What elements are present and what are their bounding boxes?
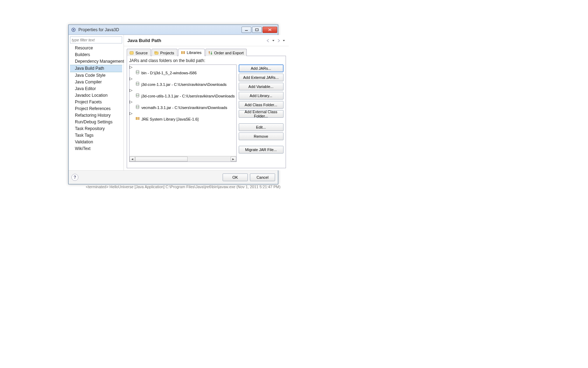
add-external-jars-button[interactable]: Add External JARs... <box>239 74 284 81</box>
library-entry[interactable]: 010j3d-core-utils-1.3.1.jar - C:\Users\r… <box>130 93 236 100</box>
libraries-row: ▷010bin - D:\j3d-1_5_2-windows-i586▷010j… <box>129 64 284 162</box>
library-icon <box>135 116 140 122</box>
expand-icon[interactable]: ▷ <box>130 88 132 92</box>
sidebar-item-task-tags[interactable]: Task Tags <box>70 132 122 139</box>
tab-label: Libraries <box>187 50 202 55</box>
source-icon <box>129 50 134 55</box>
forward-menu-icon[interactable] <box>282 38 285 43</box>
console-status: <terminated> HelloUniverse [Java Applica… <box>86 185 280 189</box>
nav-list: ResourceBuildersDependency ManagementJav… <box>70 45 122 152</box>
add-library-button[interactable]: Add Library... <box>239 92 284 100</box>
library-entry[interactable]: 010vecmath-1.3.1.jar - C:\Users\ravikira… <box>130 104 236 111</box>
svg-rect-20 <box>136 117 137 120</box>
tab-label: Projects <box>160 51 174 55</box>
svg-text:010: 010 <box>136 71 139 73</box>
footer-buttons: OK Cancel <box>223 173 275 181</box>
sidebar-item-java-code-style[interactable]: Java Code Style <box>70 72 122 79</box>
add-variable-button[interactable]: Add Variable... <box>239 83 284 90</box>
tab-source[interactable]: Source <box>127 49 151 56</box>
libraries-tab-body: JARs and class folders on the build path… <box>127 56 286 168</box>
order-icon <box>208 50 213 55</box>
sidebar-item-java-editor[interactable]: Java Editor <box>70 86 122 92</box>
svg-text:010: 010 <box>136 83 139 85</box>
jar-icon: 010 <box>135 81 140 88</box>
forward-icon[interactable] <box>276 38 281 43</box>
nav-arrows <box>266 38 285 43</box>
scroll-track[interactable] <box>135 157 231 162</box>
edit-button[interactable]: Edit... <box>239 123 284 131</box>
filter-input[interactable] <box>70 36 122 43</box>
svg-rect-10 <box>183 51 184 54</box>
library-entry-label: j3d-core-utils-1.3.1.jar - C:\Users\ravi… <box>141 94 235 99</box>
button-column: Add JARs... Add External JARs... Add Var… <box>239 64 284 162</box>
sidebar-item-dependency-management[interactable]: Dependency Management <box>70 58 122 65</box>
close-button[interactable] <box>262 27 277 33</box>
list-label: JARs and class folders on the build path… <box>129 58 284 63</box>
svg-text:010: 010 <box>136 106 139 108</box>
library-entry-label: bin - D:\j3d-1_5_2-windows-i586 <box>141 70 197 76</box>
remove-button[interactable]: Remove <box>239 132 284 140</box>
main-panel: Java Build Path Sou <box>124 35 289 170</box>
properties-dialog: Properties for Java3D ResourceBuildersDe… <box>68 25 278 184</box>
sidebar-item-run-debug-settings[interactable]: Run/Debug Settings <box>70 119 122 125</box>
library-entry[interactable]: 010bin - D:\j3d-1_5_2-windows-i586 <box>130 69 236 76</box>
minimize-button[interactable] <box>241 27 251 33</box>
svg-point-1 <box>73 29 74 30</box>
dialog-footer: ? OK Cancel <box>69 170 278 184</box>
sidebar-item-resource[interactable]: Resource <box>70 45 122 52</box>
expand-icon[interactable]: ▷ <box>130 76 132 81</box>
sidebar-item-javadoc-location[interactable]: Javadoc Location <box>70 92 122 99</box>
scroll-left-icon[interactable]: ◄ <box>130 157 135 162</box>
libraries-icon <box>181 50 186 55</box>
tab-order-and-export[interactable]: Order and Export <box>205 49 247 56</box>
library-entry-label: JRE System Library [JavaSE-1.6] <box>141 117 198 122</box>
horizontal-scrollbar[interactable]: ◄ ► <box>130 156 236 162</box>
scroll-right-icon[interactable]: ► <box>231 157 236 162</box>
svg-rect-3 <box>255 29 258 31</box>
add-class-folder-button[interactable]: Add Class Folder... <box>239 101 284 109</box>
library-entry[interactable]: 010j3d-core-1.3.1.jar - C:\Users\ravikir… <box>130 81 236 88</box>
window-controls <box>241 27 277 33</box>
back-icon[interactable] <box>266 38 271 43</box>
sidebar-item-project-references[interactable]: Project References <box>70 105 122 112</box>
libraries-list[interactable]: ▷010bin - D:\j3d-1_5_2-windows-i586▷010j… <box>129 64 237 162</box>
page-title: Java Build Path <box>127 38 161 43</box>
svg-rect-21 <box>137 117 138 120</box>
tab-libraries[interactable]: Libraries <box>178 49 205 56</box>
jar-icon: 010 <box>135 70 140 76</box>
tab-projects[interactable]: Projects <box>152 49 177 56</box>
expand-icon[interactable]: ▷ <box>130 111 132 115</box>
back-menu-icon[interactable] <box>272 38 275 43</box>
library-entry[interactable]: JRE System Library [JavaSE-1.6] <box>130 116 236 123</box>
library-entry-label: j3d-core-1.3.1.jar - C:\Users\ravikiranv… <box>141 82 226 87</box>
sidebar-item-task-repository[interactable]: Task Repository <box>70 125 122 132</box>
tab-label: Order and Export <box>214 51 244 55</box>
svg-rect-22 <box>139 117 139 120</box>
tab-label: Source <box>135 51 148 55</box>
jar-icon: 010 <box>135 104 140 111</box>
maximize-button[interactable] <box>252 27 262 33</box>
scroll-thumb[interactable] <box>135 157 188 162</box>
sidebar-item-wikitext[interactable]: WikiText <box>70 145 122 152</box>
cancel-button[interactable]: Cancel <box>250 173 275 181</box>
titlebar[interactable]: Properties for Java3D <box>69 25 278 35</box>
app-icon <box>71 27 76 33</box>
sidebar-item-project-facets[interactable]: Project Facets <box>70 99 122 105</box>
sidebar-item-java-build-path[interactable]: Java Build Path <box>70 65 122 72</box>
expand-icon[interactable]: ▷ <box>130 65 132 69</box>
sidebar-item-refactoring-history[interactable]: Refactoring History <box>70 112 122 119</box>
jar-icon: 010 <box>135 93 140 99</box>
content-panel: SourceProjectsLibrariesOrder and Export … <box>124 46 289 170</box>
ok-button[interactable]: OK <box>223 173 248 181</box>
svg-rect-11 <box>184 51 185 54</box>
sidebar-item-java-compiler[interactable]: Java Compiler <box>70 79 122 86</box>
migrate-jar-button[interactable]: Migrate JAR File... <box>239 146 284 154</box>
sidebar-item-validation[interactable]: Validation <box>70 139 122 145</box>
add-jars-button[interactable]: Add JARs... <box>239 64 284 72</box>
help-button[interactable]: ? <box>71 174 78 181</box>
svg-rect-8 <box>155 52 156 53</box>
sidebar-item-builders[interactable]: Builders <box>70 52 122 58</box>
add-external-class-folder-button[interactable]: Add External Class Folder... <box>239 110 284 118</box>
library-entry-label: vecmath-1.3.1.jar - C:\Users\ravikiranv\… <box>141 105 227 110</box>
expand-icon[interactable]: ▷ <box>130 100 132 104</box>
